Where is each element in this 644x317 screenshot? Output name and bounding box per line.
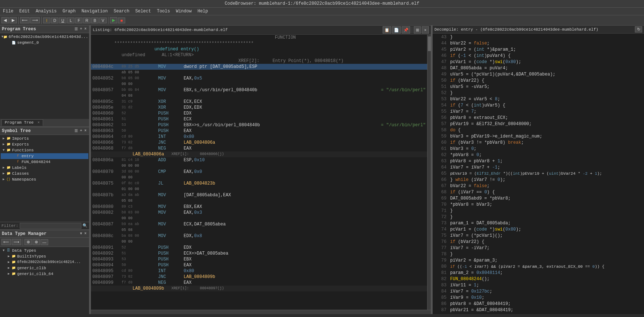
asm-08048094[interactable]: 08048094 50 PUSH EAX xyxy=(91,262,427,268)
symbol-tree-btn-close[interactable]: × xyxy=(84,129,87,133)
asm-0804806a[interactable]: 0804806a 81 c4 10 ADD ESP,0x10 xyxy=(91,157,427,163)
program-trees-btn-menu[interactable]: ☰ xyxy=(74,27,78,31)
symbol-exports[interactable]: ▶ 📁 Exports xyxy=(1,142,88,147)
decompile-btn-refresh[interactable]: ↻ xyxy=(635,26,642,32)
data-type-btn-fwd[interactable]: ⟶ xyxy=(12,239,21,245)
toolbar-btn-i[interactable]: I xyxy=(43,18,50,23)
data-type-btn-1[interactable]: ⊕ xyxy=(24,239,32,245)
symbol-namespaces[interactable]: ▶ {} Namespaces xyxy=(1,177,88,182)
asm-08048068[interactable]: 08048068 f7 d8 NEG EAX xyxy=(91,146,427,151)
asm-08048093[interactable]: 08048093 53 PUSH EBX xyxy=(91,256,427,262)
addr-0804807b: 0804807b xyxy=(92,192,122,198)
asm-08048097[interactable]: 08048097 73 02 JNC LAB_0804809b xyxy=(91,274,427,280)
menu-item-search[interactable]: Search xyxy=(112,8,131,14)
dt-root[interactable]: ▼ 🗄 Data Types xyxy=(1,248,88,254)
tree-root[interactable]: ▼ 📁 6fe8c28022c0acb99ce1c48214043d... xyxy=(1,34,88,40)
toolbar-btn-f[interactable]: F xyxy=(75,18,83,23)
program-trees-btn-close[interactable]: × xyxy=(84,27,87,31)
asm-08048062[interactable]: 08048062 53 PUSH EBX=>s_/usr/bin/perl_08… xyxy=(91,122,427,128)
menu-item-graph[interactable]: Graph xyxy=(61,8,77,14)
symbol-imports[interactable]: ▶ 📁 Imports xyxy=(1,136,88,142)
asm-08048075[interactable]: 08048075 0f 8c c0 JL LAB_0804823b xyxy=(91,181,427,186)
asm-08048057[interactable]: 08048057 bb 0b 84 MOV EBX,s_/usr/bin/per… xyxy=(91,87,427,93)
symbol-tree-btn-add[interactable]: + xyxy=(79,129,83,133)
symbol-entry[interactable]: f entry xyxy=(1,153,88,159)
addr-0804805c: 0804805c xyxy=(92,99,122,105)
data-type-btn-down[interactable]: ▼ xyxy=(79,232,83,236)
dt-generic-clib[interactable]: ▶ 📁 generic_clib xyxy=(1,265,88,271)
filter-btn[interactable]: 🔍 xyxy=(83,223,88,228)
asm-0804805c[interactable]: 0804805c 31 c9 XOR ECX,ECX xyxy=(91,99,427,105)
listing-btn-snap[interactable]: 📌 xyxy=(402,26,410,34)
filter-input[interactable] xyxy=(20,223,81,229)
data-type-btn-3[interactable]: — xyxy=(41,239,48,245)
listing-vscroll[interactable] xyxy=(427,35,431,310)
symbol-labels[interactable]: ▶ 📁 Labels xyxy=(1,165,88,171)
asm-08048080[interactable]: 08048080 89 c3 MOV EBX,EAX xyxy=(91,204,427,210)
asm-0804808c[interactable]: 0804808c ba 08 00 MOV EDX,0x8 xyxy=(91,233,427,239)
menu-item-select[interactable]: Select xyxy=(134,8,152,14)
listing-btn-1[interactable]: 📋 xyxy=(383,26,391,34)
program-trees-btn-add[interactable]: + xyxy=(79,27,83,31)
toolbar-btn-nav-back[interactable]: ⟵ xyxy=(20,17,30,23)
listing-btn-2[interactable]: 📄 xyxy=(392,26,401,34)
asm-08048066[interactable]: 08048066 73 02 JNC LAB_0804806a xyxy=(91,140,427,146)
asm-08048099[interactable]: 08048099 f7 d8 NEG EAX xyxy=(91,280,427,286)
menu-item-help[interactable]: Help xyxy=(196,8,210,14)
symbol-functions[interactable]: ▼ 📁 Functions xyxy=(1,147,88,153)
listing-btn-close[interactable]: × xyxy=(422,26,429,34)
asm-08048095[interactable]: 08048095 cd 80 INT 0x80 xyxy=(91,268,427,274)
toolbar-btn-d[interactable]: D xyxy=(51,18,58,23)
asm-0804807b[interactable]: 0804807b a3 da ab MOV [DAT_0805abda],EAX xyxy=(91,192,427,198)
data-type-tree: ▼ 🗄 Data Types ▶ 📁 BuiltInTypes ▶ 📁 6fe8… xyxy=(0,247,89,314)
asm-08048060[interactable]: 08048060 52 PUSH EDX xyxy=(91,111,427,116)
toolbar-btn-v[interactable]: V xyxy=(99,18,107,23)
listing-hscroll[interactable] xyxy=(91,310,431,314)
toolbar-btn-b[interactable]: B xyxy=(91,18,99,23)
addr-08048070: 08048070 xyxy=(92,169,122,175)
data-type-btn-close[interactable]: × xyxy=(84,232,87,236)
symbol-tree-btn-menu[interactable]: ☰ xyxy=(74,129,78,133)
decompile-content[interactable]: 43 } 44 bVar22 = false; 45 piVar2 = (int… xyxy=(433,34,644,314)
ln-75: 75 xyxy=(436,233,446,239)
toolbar-btn-nav-fwd[interactable]: ⟶ xyxy=(30,17,40,23)
menu-item-edit[interactable]: Edit xyxy=(18,8,31,14)
tab-program-tree-close[interactable]: × xyxy=(38,121,40,125)
dt-builtin[interactable]: ▶ 📁 BuiltInTypes xyxy=(1,254,88,259)
asm-08048061[interactable]: 08048061 51 PUSH ECX xyxy=(91,116,427,122)
asm-08048070[interactable]: 08048070 3d 00 00 CMP EAX,0x0 xyxy=(91,169,427,175)
asm-0804804c[interactable]: 0804804c 89 25 d5 MOV dword ptr [DAT_080… xyxy=(91,64,427,70)
toolbar-btn-l[interactable]: L xyxy=(67,18,74,23)
asm-08048052[interactable]: 08048052 b8 05 00 MOV EAX,0x5 xyxy=(91,76,427,81)
app-title: CodeBrowser: mumblehard-1:/6fe8c28022c0a… xyxy=(225,1,419,6)
menu-item-navigation[interactable]: Navigation xyxy=(80,8,109,14)
data-type-btn-back[interactable]: ⟵ xyxy=(1,239,11,245)
menu-item-analysis[interactable]: Analysis xyxy=(34,8,58,14)
asm-08048092[interactable]: 08048092 51 PUSH ECX=>DAT_0805abea xyxy=(91,251,427,256)
toolbar-btn-r[interactable]: R xyxy=(83,18,91,23)
tree-segment0[interactable]: 📄 segment_0 xyxy=(1,40,88,46)
asm-08048091[interactable]: 08048091 52 PUSH EDX xyxy=(91,245,427,251)
dt-generic-clib-64[interactable]: ▶ 📁 generic_clib_64 xyxy=(1,271,88,277)
listing-vscroll-thumb[interactable] xyxy=(428,36,431,51)
data-type-btn-2[interactable]: ⊗ xyxy=(32,239,40,245)
toolbar-btn-run[interactable]: ▶ xyxy=(110,17,117,23)
listing-content[interactable]: FUNCTION *******************************… xyxy=(91,35,427,310)
menu-item-tools[interactable]: Tools xyxy=(156,8,172,14)
toolbar-btn-undo[interactable]: ◀ xyxy=(1,17,9,23)
toolbar-btn-u[interactable]: U xyxy=(59,18,66,23)
asm-0804805e[interactable]: 0804805e 31 d2 XOR EDX,EDX xyxy=(91,105,427,111)
toolbar-btn-redo[interactable]: ▶ xyxy=(9,17,17,23)
symbol-classes[interactable]: ▶ 📁 Classes xyxy=(1,171,88,177)
menu-item-file[interactable]: File xyxy=(1,8,15,14)
menu-item-window[interactable]: Window xyxy=(175,8,193,14)
dt-6fe[interactable]: ▶ 📁 6fe8c28022c0acb99ce1c48214... xyxy=(1,259,88,265)
asm-08048064[interactable]: 08048064 cd 80 INT 0x80 xyxy=(91,134,427,140)
asm-08048063[interactable]: 08048063 50 PUSH EAX xyxy=(91,128,427,134)
asm-08048087[interactable]: 08048087 b9 ea ab MOV ECX,DAT_0805abea xyxy=(91,221,427,227)
listing-btn-format[interactable]: ⊞ xyxy=(414,26,421,34)
symbol-fun-08048244[interactable]: f FUN_08048244 xyxy=(1,159,88,165)
tab-program-tree[interactable]: Program Tree × xyxy=(1,119,43,126)
toolbar-btn-stop[interactable]: ■ xyxy=(118,18,125,23)
asm-08048082[interactable]: 08048082 b8 03 00 MOV EAX,0x3 xyxy=(91,210,427,216)
